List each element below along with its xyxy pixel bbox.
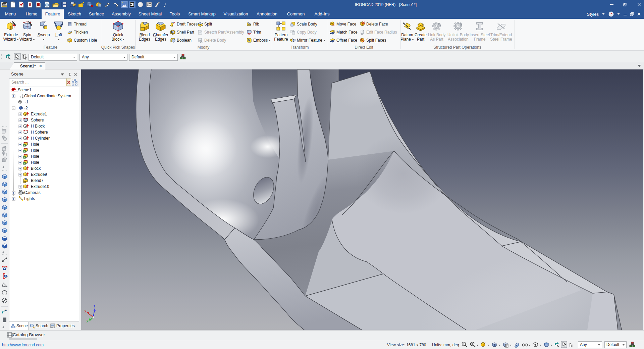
- svg-text:?: ?: [610, 12, 612, 16]
- svg-text:Hole: Hole: [31, 142, 39, 147]
- svg-text:H Block: H Block: [31, 124, 45, 129]
- svg-text:Hole: Hole: [31, 154, 39, 159]
- svg-text:Extrude1: Extrude1: [31, 112, 47, 116]
- svg-text:z: z: [94, 304, 95, 308]
- svg-text:Global Coordinate System: Global Coordinate System: [24, 94, 71, 98]
- svg-text:x: x: [85, 309, 86, 313]
- svg-text:Blend7: Blend7: [31, 178, 44, 183]
- svg-text:Lights: Lights: [24, 196, 35, 201]
- svg-text:Hole: Hole: [31, 148, 39, 153]
- svg-text:Sphere: Sphere: [31, 118, 44, 122]
- svg-text:-2: -2: [24, 106, 28, 110]
- svg-text:A: A: [5, 309, 7, 312]
- svg-text:Block: Block: [31, 166, 41, 171]
- svg-text:-1: -1: [25, 100, 29, 104]
- svg-text:Hole: Hole: [31, 160, 39, 165]
- svg-text:Extrude10: Extrude10: [31, 184, 49, 189]
- svg-text:Cameras: Cameras: [24, 190, 41, 195]
- svg-text:y: y: [87, 319, 88, 322]
- svg-text:H Cylinder: H Cylinder: [31, 136, 50, 141]
- svg-text:H Sphere: H Sphere: [31, 130, 48, 135]
- svg-text:Extrude9: Extrude9: [31, 172, 47, 177]
- svg-text:Scene1: Scene1: [18, 88, 32, 92]
